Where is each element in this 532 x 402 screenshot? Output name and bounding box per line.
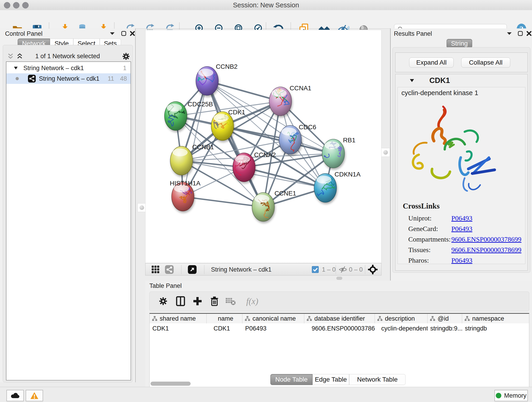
memory-button[interactable]: Memory [494,390,528,401]
tab-string[interactable]: String [447,39,472,48]
left-splitter-handle[interactable] [138,203,146,212]
table-cell[interactable]: CDK1 [207,323,242,333]
protein-name: CDK1 [429,76,450,85]
network-overview-icon[interactable] [164,265,174,274]
panel-float-icon[interactable] [516,29,525,38]
main-toolbar: ? [0,10,532,29]
collapse-all-button[interactable]: Collapse All [461,57,510,68]
network-graph[interactable]: CCNB2CCNA1CDC25BCDK1CDC6RB1CCNB1CCNA2CDK… [146,30,381,263]
network-canvas[interactable]: CCNB2CCNA1CDC25BCDK1CDC6RB1CCNB1CCNA2CDK… [145,30,381,263]
birds-eye-view-icon[interactable] [151,265,161,274]
graph-node-CDKN1A: CDKN1A [310,171,361,202]
crosslink-label: Pharos: [408,256,451,264]
crosslinks-list: Uniprot: P06493 GeneCard: P06493 Compart… [408,213,523,266]
memory-status-dot [496,393,501,398]
column-header[interactable]: @id [428,314,462,323]
center-view-icon[interactable] [367,264,378,274]
column-header[interactable]: name [207,314,242,323]
table-cell[interactable]: stringdb:9... [428,323,462,333]
crosslink-value[interactable]: 9606.ENSP00000378699 [451,235,521,243]
panel-close-icon[interactable] [525,29,532,38]
panel-dropdown-icon[interactable] [505,29,514,38]
table-cell[interactable]: cyclin-dependent ... [375,323,428,333]
window-title: Session: New Session [0,0,532,10]
expand-collapse-bar: Expand All Collapse All [395,52,528,72]
function-builder-icon[interactable]: f(x) [241,294,264,308]
network-status-dot [16,77,19,80]
svg-text:CDK1: CDK1 [228,109,245,116]
table-options-gear-icon[interactable] [156,294,170,308]
graph-node-HIST1H1A: HIST1H1A [170,180,201,211]
crosslink-value[interactable]: P06493 [451,225,472,233]
table-cell[interactable]: P06493 [242,323,304,333]
horizontal-splitter-handle[interactable] [336,277,342,280]
table-toolbar: f(x) [149,292,529,311]
table-cell[interactable]: 9606.ENSP00000378699 [304,323,375,333]
network-options-gear-icon[interactable] [121,52,131,61]
graph-node-CDK1: CDK1 [211,109,245,140]
column-header[interactable]: canonical name [242,314,304,323]
panel-close-icon[interactable] [128,29,137,38]
svg-text:CDC25B: CDC25B [188,101,213,108]
show-columns-icon[interactable] [173,294,188,308]
collection-count: 1 [123,65,127,72]
hidden-eye-icon [338,266,348,274]
column-header[interactable]: description [375,314,428,323]
control-panel: Control Panel Network Style Select Sets … [0,28,136,382]
graph-node-RB1: RB1 [320,137,355,168]
tab-edge-table[interactable]: Edge Table [312,374,349,385]
table-cell[interactable]: stringdb [462,323,529,333]
collection-label: String Network – cdk1 [23,65,84,72]
current-network-name: String Network – cdk1 [211,263,272,276]
graph-node-CCNB2: CCNB2 [187,63,238,95]
protein-section-header[interactable]: CDK1 [395,74,527,87]
memory-label: Memory [504,392,526,399]
crosslink-value[interactable]: 9606.ENSP00000378699 [451,246,521,254]
network-row-selected[interactable]: String Network – cdk1 11 48 [6,73,131,84]
control-panel-title: Control Panel [5,30,43,37]
string-app-icon [28,75,36,83]
crosslink-value[interactable]: P06493 [451,256,472,264]
warning-icon [30,392,39,400]
toolbar-separator [204,265,204,274]
selected-checkbox-icon[interactable] [312,266,319,273]
crosslink-value[interactable]: P06493 [451,214,472,222]
clear-table-icon[interactable] [223,294,238,308]
panel-dropdown-icon[interactable] [108,29,117,38]
scrollbar-thumb[interactable] [151,382,191,386]
column-header[interactable]: shared name [150,314,207,323]
graph-node-CCNE1: CCNE1 [252,190,296,226]
column-header[interactable]: database identifier [304,314,375,323]
right-splitter-handle[interactable] [381,148,390,157]
detach-view-icon[interactable] [187,265,197,274]
warnings-button[interactable] [26,390,43,401]
table-panel: Table Panel f(x) [145,281,532,387]
network-tree: String Network – cdk1 1 String Network –… [6,61,131,380]
column-header[interactable]: namespace [462,314,529,323]
title-bar: Session: New Session [0,0,532,10]
tab-node-table[interactable]: Node Table [270,374,312,385]
column-type-icon [245,316,250,321]
protein-section: CDK1 cyclin-dependent kinase 1 [395,74,528,271]
crosslink-label: GeneCard: [408,225,451,233]
crosslinks-title: CrossLinks [403,202,440,211]
tab-network-table[interactable]: Network Table [349,374,405,385]
network-selection-status: 1 of 1 Network selected [3,51,133,61]
protein-description: cyclin-dependent kinase 1 [401,89,478,97]
network-selection-bar: 1 of 1 Network selected [3,51,133,61]
expand-all-button[interactable]: Expand All [409,57,454,68]
network-row-label: String Network – cdk1 [39,75,99,82]
column-type-icon [307,316,312,321]
section-collapse-icon[interactable] [410,79,414,82]
svg-text:RB1: RB1 [343,137,355,144]
cloud-status-button[interactable] [6,390,24,401]
network-collection-row[interactable]: String Network – cdk1 1 [6,63,131,73]
svg-text:CCNA1: CCNA1 [290,85,311,92]
hidden-count: 0 – 0 [349,263,363,276]
delete-column-icon[interactable] [207,294,222,308]
table-cell[interactable]: CDK1 [150,323,207,333]
panel-float-icon[interactable] [119,29,128,38]
network-view-toolbar: String Network – cdk1 1 – 0 0 – 0 [145,263,381,275]
tree-expand-icon[interactable] [14,66,18,70]
add-column-icon[interactable] [190,294,205,308]
